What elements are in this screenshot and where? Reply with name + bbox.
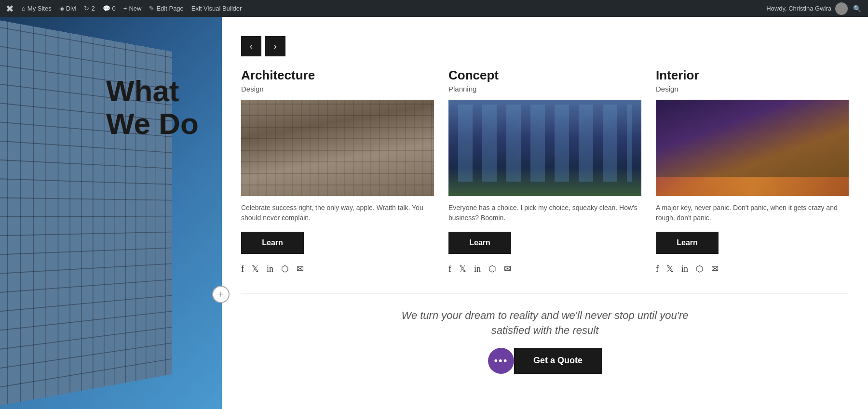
edit-page-button[interactable]: ✎ Edit Page bbox=[149, 5, 183, 12]
edit-page-label: Edit Page bbox=[156, 5, 183, 12]
divi-icon: ◈ bbox=[59, 5, 64, 12]
cards-container: Architecture Design Celebrate success ri… bbox=[241, 68, 849, 274]
learn-label: Learn bbox=[469, 238, 490, 247]
admin-bar: ✖ ⌂ My Sites ◈ Divi ↻ 2 💬 0 + New ✎ Edit… bbox=[0, 0, 868, 17]
slider-navigation: ‹ › bbox=[241, 36, 849, 56]
card-subtitle: Planning bbox=[448, 85, 641, 93]
email-icon[interactable]: ✉ bbox=[711, 264, 719, 274]
card-subtitle: Design bbox=[241, 85, 434, 93]
learn-button-concept[interactable]: Learn bbox=[448, 232, 511, 254]
prev-slide-button[interactable]: ‹ bbox=[241, 36, 261, 56]
social-icons-interior: f 𝕏 in ⬡ ✉ bbox=[656, 264, 849, 274]
card-title: Concept bbox=[448, 68, 641, 83]
instagram-icon[interactable]: ⬡ bbox=[488, 264, 496, 274]
sync-count: 2 bbox=[91, 5, 95, 12]
home-icon: ⌂ bbox=[22, 5, 26, 12]
twitter-icon[interactable]: 𝕏 bbox=[252, 264, 259, 274]
exit-builder-label: Exit Visual Builder bbox=[191, 5, 242, 12]
linkedin-icon[interactable]: in bbox=[267, 264, 273, 274]
sync-button[interactable]: ↻ 2 bbox=[84, 5, 95, 12]
divi-menu[interactable]: ◈ Divi bbox=[59, 5, 77, 12]
learn-button-interior[interactable]: Learn bbox=[656, 232, 719, 254]
hero-panel: What We Do bbox=[0, 17, 222, 409]
page-title: What We Do bbox=[106, 75, 199, 140]
linkedin-icon[interactable]: in bbox=[681, 264, 688, 274]
card-description: Everyone has a choice. I pick my choice,… bbox=[448, 203, 641, 223]
twitter-icon[interactable]: 𝕏 bbox=[459, 264, 466, 274]
next-icon: › bbox=[274, 41, 277, 52]
avatar[interactable] bbox=[835, 2, 848, 15]
right-panel: + ‹ › Architecture Design Celebrate succ… bbox=[222, 17, 868, 409]
wp-logo-icon[interactable]: ✖ bbox=[6, 3, 14, 14]
next-slide-button[interactable]: › bbox=[265, 36, 285, 56]
comments-button[interactable]: 💬 0 bbox=[103, 5, 116, 12]
social-icons-concept: f 𝕏 in ⬡ ✉ bbox=[448, 264, 641, 274]
hero-text: What We Do bbox=[106, 75, 199, 140]
divi-label: Divi bbox=[66, 5, 77, 12]
card-description: A major key, never panic. Don't panic, w… bbox=[656, 203, 849, 223]
card-interior: Interior Design A major key, never panic… bbox=[656, 68, 849, 274]
bottom-section: We turn your dream to reality and we'll … bbox=[241, 293, 849, 374]
add-module-button[interactable]: + bbox=[212, 286, 230, 303]
plus-icon: + bbox=[123, 5, 127, 12]
plus-icon: + bbox=[218, 289, 223, 300]
facebook-icon[interactable]: f bbox=[656, 264, 659, 274]
card-image-concept bbox=[448, 100, 641, 196]
card-image-interior bbox=[656, 100, 849, 196]
email-icon[interactable]: ✉ bbox=[504, 264, 511, 274]
prev-icon: ‹ bbox=[250, 41, 253, 52]
facebook-icon[interactable]: f bbox=[241, 264, 244, 274]
exit-builder-button[interactable]: Exit Visual Builder bbox=[191, 5, 242, 12]
learn-label: Learn bbox=[262, 238, 283, 247]
card-architecture: Architecture Design Celebrate success ri… bbox=[241, 68, 434, 274]
card-title: Interior bbox=[656, 68, 849, 83]
card-subtitle: Design bbox=[656, 85, 849, 93]
facebook-icon[interactable]: f bbox=[448, 264, 451, 274]
dots-icon: ••• bbox=[494, 355, 508, 367]
heading-line1: What bbox=[106, 74, 179, 107]
linkedin-icon[interactable]: in bbox=[474, 264, 481, 274]
instagram-icon[interactable]: ⬡ bbox=[281, 264, 289, 274]
tagline-text: We turn your dream to reality and we'll … bbox=[400, 308, 690, 338]
main-content: What We Do + ‹ › Architecture Design bbox=[0, 17, 868, 409]
pencil-icon: ✎ bbox=[149, 5, 154, 12]
comment-icon: 💬 bbox=[103, 5, 110, 12]
dots-button[interactable]: ••• bbox=[488, 348, 514, 374]
instagram-icon[interactable]: ⬡ bbox=[696, 264, 704, 274]
my-sites-label: My Sites bbox=[27, 5, 52, 12]
get-quote-label: Get a Quote bbox=[533, 356, 583, 365]
sync-icon: ↻ bbox=[84, 5, 89, 12]
social-icons-architecture: f 𝕏 in ⬡ ✉ bbox=[241, 264, 434, 274]
heading-line2: We Do bbox=[106, 107, 199, 140]
card-concept: Concept Planning Everyone has a choice. … bbox=[448, 68, 641, 274]
card-description: Celebrate success right, the only way, a… bbox=[241, 203, 434, 223]
learn-label: Learn bbox=[677, 238, 698, 247]
card-title: Architecture bbox=[241, 68, 434, 83]
new-label: New bbox=[129, 5, 141, 12]
learn-button-architecture[interactable]: Learn bbox=[241, 232, 304, 254]
admin-bar-right: Howdy, Christina Gwira 🔍 bbox=[766, 2, 862, 15]
twitter-icon[interactable]: 𝕏 bbox=[666, 264, 674, 274]
user-greeting: Howdy, Christina Gwira bbox=[766, 5, 831, 12]
get-quote-button[interactable]: Get a Quote bbox=[514, 348, 602, 374]
search-icon[interactable]: 🔍 bbox=[852, 3, 862, 14]
my-sites-menu[interactable]: ⌂ My Sites bbox=[22, 5, 52, 12]
card-image-architecture bbox=[241, 100, 434, 196]
cta-row: ••• Get a Quote bbox=[488, 348, 602, 374]
new-post-button[interactable]: + New bbox=[123, 5, 142, 12]
comments-count: 0 bbox=[112, 5, 116, 12]
email-icon[interactable]: ✉ bbox=[297, 264, 304, 274]
